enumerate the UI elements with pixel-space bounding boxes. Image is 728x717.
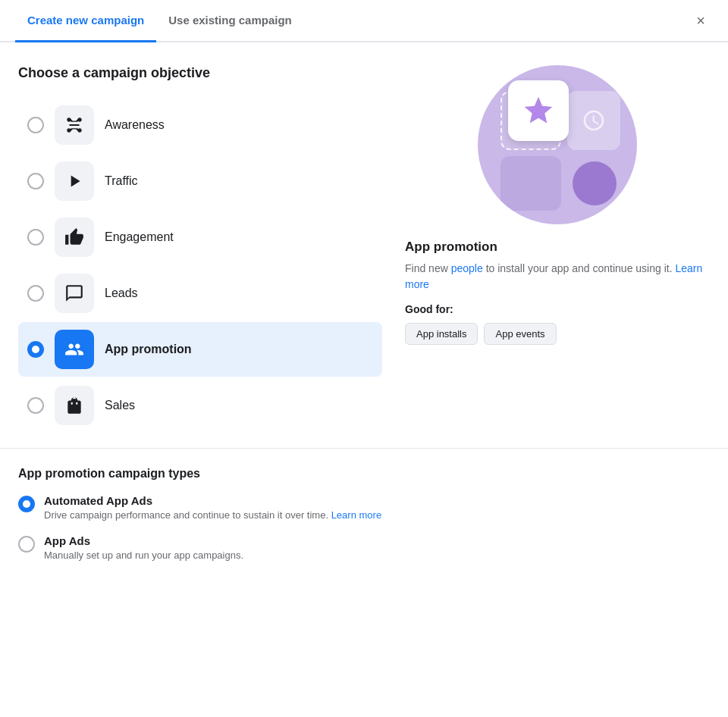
objective-item-engagement[interactable]: Engagement bbox=[18, 210, 382, 265]
app-promotion-icon bbox=[64, 340, 84, 359]
radio-leads[interactable] bbox=[27, 285, 44, 302]
radio-app-promotion[interactable] bbox=[27, 341, 44, 358]
app-ads-option-text: App Ads Manually set up and run your app… bbox=[44, 534, 243, 561]
objective-item-app-promotion[interactable]: App promotion bbox=[18, 322, 382, 377]
objective-item-sales[interactable]: Sales bbox=[18, 378, 382, 433]
left-column: Choose a campaign objective Awareness bbox=[18, 65, 382, 433]
automated-learn-more-link[interactable]: Learn more bbox=[331, 509, 381, 521]
objective-list: Awareness Traffic bbox=[18, 98, 382, 433]
app-ads-desc: Manually set up and run your app campaig… bbox=[44, 549, 243, 561]
tag-app-events: App events bbox=[484, 323, 556, 345]
icon-box-leads bbox=[55, 274, 94, 313]
detail-description: Find new people to install your app and … bbox=[405, 261, 710, 293]
objective-label-engagement: Engagement bbox=[105, 230, 174, 244]
tags-container: App installs App events bbox=[405, 323, 710, 345]
automated-desc: Drive campaign performance and continue … bbox=[44, 509, 381, 521]
section-title: Choose a campaign objective bbox=[18, 65, 382, 81]
radio-inner-app-promotion bbox=[32, 346, 39, 353]
sales-icon bbox=[64, 396, 84, 415]
automated-option-text: Automated App Ads Drive campaign perform… bbox=[44, 494, 381, 521]
option-app-ads[interactable]: App Ads Manually set up and run your app… bbox=[18, 534, 710, 561]
icon-box-engagement bbox=[55, 218, 94, 257]
icon-box-app-promotion bbox=[55, 330, 94, 369]
clock-icon bbox=[582, 108, 606, 133]
engagement-icon bbox=[64, 227, 84, 247]
desc-text-1: Find new bbox=[405, 262, 451, 274]
star-card bbox=[508, 80, 569, 141]
desc-people-link[interactable]: people bbox=[451, 262, 483, 274]
radio-sales[interactable] bbox=[27, 397, 44, 414]
illus-circle bbox=[478, 65, 637, 224]
icon-box-awareness bbox=[55, 105, 94, 145]
traffic-icon bbox=[64, 171, 84, 191]
radio-inner-automated bbox=[23, 500, 30, 508]
star-icon bbox=[522, 94, 555, 127]
icon-box-traffic bbox=[55, 161, 94, 201]
desc-text-2: to install your app and continue using i… bbox=[483, 262, 676, 274]
option-automated-app-ads[interactable]: Automated App Ads Drive campaign perform… bbox=[18, 494, 710, 521]
leads-icon bbox=[64, 283, 84, 303]
tabs-bar: Create new campaign Use existing campaig… bbox=[0, 0, 728, 42]
tab-create-new[interactable]: Create new campaign bbox=[15, 0, 156, 42]
app-promotion-illustration bbox=[478, 65, 637, 224]
radio-engagement[interactable] bbox=[27, 229, 44, 246]
radio-app-ads[interactable] bbox=[18, 536, 35, 553]
objective-item-leads[interactable]: Leads bbox=[18, 266, 382, 321]
objective-label-leads: Leads bbox=[105, 286, 138, 300]
radio-automated[interactable] bbox=[18, 496, 35, 512]
right-column: App promotion Find new people to install… bbox=[405, 65, 710, 433]
objective-label-traffic: Traffic bbox=[105, 174, 138, 188]
objective-item-traffic[interactable]: Traffic bbox=[18, 154, 382, 208]
detail-title: App promotion bbox=[405, 240, 710, 255]
radio-awareness[interactable] bbox=[27, 117, 44, 133]
tag-app-installs: App installs bbox=[405, 323, 478, 345]
automated-label: Automated App Ads bbox=[44, 494, 381, 507]
automated-desc-text: Drive campaign performance and continue … bbox=[44, 509, 331, 521]
objective-label-awareness: Awareness bbox=[105, 118, 165, 132]
icon-box-sales bbox=[55, 386, 94, 425]
objective-label-app-promotion: App promotion bbox=[105, 343, 192, 356]
app-ads-label: App Ads bbox=[44, 534, 243, 547]
good-for-label: Good for: bbox=[405, 303, 710, 315]
objective-label-sales: Sales bbox=[105, 399, 135, 412]
awareness-icon bbox=[64, 115, 84, 135]
radio-traffic[interactable] bbox=[27, 173, 44, 189]
illus-clock-cell bbox=[567, 91, 620, 150]
objective-item-awareness[interactable]: Awareness bbox=[18, 98, 382, 152]
close-button[interactable]: × bbox=[689, 5, 713, 36]
main-content: Choose a campaign objective Awareness bbox=[0, 42, 728, 448]
bottom-section-title: App promotion campaign types bbox=[18, 467, 710, 481]
illus-circle-cell bbox=[573, 161, 617, 205]
bottom-section: App promotion campaign types Automated A… bbox=[0, 448, 728, 597]
tab-use-existing[interactable]: Use existing campaign bbox=[156, 0, 304, 42]
illus-purple-cell bbox=[500, 156, 561, 211]
